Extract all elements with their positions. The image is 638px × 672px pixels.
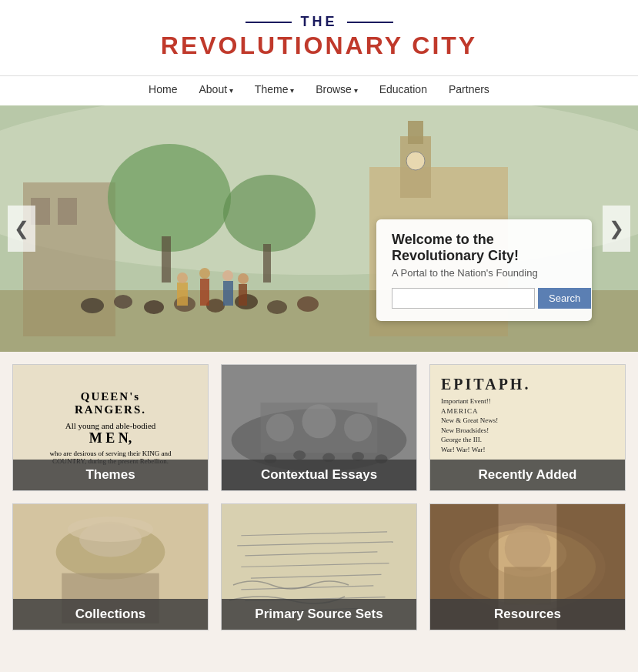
- nav-about[interactable]: About: [199, 83, 232, 95]
- grid-row-1: QUEEN'sRANGERS. All young and able-bodie…: [12, 364, 626, 491]
- svg-rect-35: [261, 403, 378, 453]
- svg-rect-4: [408, 121, 423, 144]
- svg-point-5: [406, 152, 425, 170]
- carousel-popup: Welcome to the Revolutionary City! A Por…: [376, 219, 592, 321]
- svg-point-29: [238, 273, 249, 284]
- chevron-right-icon: ❯: [609, 218, 624, 239]
- header-the-label: THE: [301, 14, 338, 30]
- nav-browse[interactable]: Browse: [316, 83, 357, 95]
- header-line: THE: [0, 14, 638, 30]
- header-rule-right: [347, 22, 393, 23]
- themes-label: Themes: [13, 460, 208, 490]
- queens-rangers-doc: QUEEN'sRANGERS. All young and able-bodie…: [43, 384, 177, 471]
- svg-point-20: [267, 300, 287, 314]
- svg-rect-8: [58, 198, 77, 225]
- svg-point-28: [222, 270, 233, 281]
- contextual-essays-label: Contextual Essays: [222, 460, 416, 490]
- site-header: THE REVOLUTIONARY CITY: [0, 0, 638, 76]
- search-button[interactable]: Search: [538, 288, 591, 309]
- grid-row-2: Collections: [12, 503, 626, 630]
- grid-item-themes[interactable]: QUEEN'sRANGERS. All young and able-bodie…: [12, 364, 209, 491]
- site-title: REVOLUTIONARY CITY: [0, 32, 638, 60]
- grid-item-recently-added[interactable]: EPITAPH. Important Event!! AMERICA New &…: [429, 364, 626, 491]
- nav-theme[interactable]: Theme: [255, 83, 294, 95]
- svg-point-15: [114, 295, 132, 309]
- search-input[interactable]: [392, 288, 535, 309]
- grid-item-resources[interactable]: Resources: [429, 503, 626, 630]
- svg-rect-24: [223, 281, 233, 306]
- epitaph-doc: EPITAPH. Important Event!! AMERICA New &…: [436, 371, 619, 460]
- svg-point-27: [199, 268, 210, 279]
- svg-rect-25: [239, 284, 247, 306]
- nav-education[interactable]: Education: [379, 83, 427, 95]
- svg-rect-12: [263, 244, 271, 283]
- chevron-left-icon: ❮: [14, 218, 29, 239]
- hero-carousel: ❮ ❯ Welcome to the Revolutionary City! A…: [0, 105, 638, 352]
- carousel-next-button[interactable]: ❯: [603, 206, 630, 252]
- recently-added-label: Recently Added: [430, 460, 625, 490]
- main-nav: Home About Theme Browse Education Partne…: [0, 76, 638, 105]
- grid-item-contextual-essays[interactable]: Contextual Essays: [221, 364, 417, 491]
- grid-item-collections[interactable]: Collections: [12, 503, 209, 630]
- grid-item-primary-source-sets[interactable]: Primary Source Sets: [221, 503, 417, 630]
- svg-rect-23: [200, 279, 209, 306]
- header-rule-left: [246, 22, 292, 23]
- svg-point-44: [68, 517, 153, 542]
- svg-point-10: [223, 175, 316, 252]
- search-row: Search: [392, 288, 576, 309]
- resources-label: Resources: [430, 599, 625, 630]
- collections-label: Collections: [13, 599, 208, 630]
- svg-point-9: [108, 144, 231, 252]
- svg-point-37: [293, 450, 306, 460]
- nav-home[interactable]: Home: [149, 83, 177, 95]
- svg-point-26: [177, 272, 188, 283]
- primary-source-sets-label: Primary Source Sets: [222, 599, 416, 630]
- popup-subtitle: A Portal to the Nation's Founding: [392, 267, 576, 279]
- nav-partners[interactable]: Partners: [449, 83, 489, 95]
- svg-point-16: [144, 300, 164, 314]
- svg-point-14: [81, 298, 104, 313]
- svg-point-21: [297, 296, 319, 312]
- carousel-prev-button[interactable]: ❮: [8, 206, 35, 252]
- svg-rect-11: [162, 236, 171, 283]
- content-grid: QUEEN'sRANGERS. All young and able-bodie…: [0, 352, 638, 655]
- svg-rect-22: [177, 283, 188, 306]
- popup-title: Welcome to the Revolutionary City!: [392, 232, 576, 264]
